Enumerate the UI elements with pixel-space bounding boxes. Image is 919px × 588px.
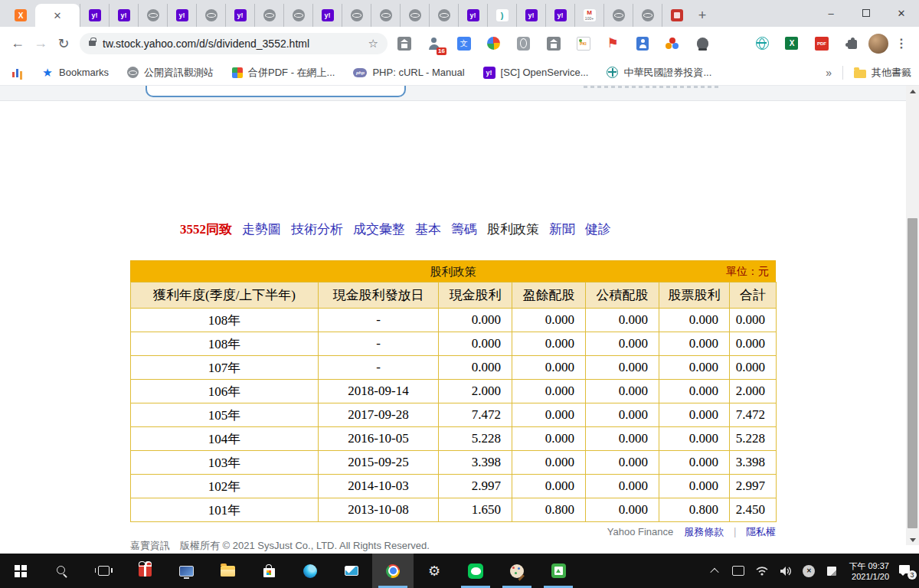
other-bookmarks-button[interactable]: 其他書籤	[854, 66, 911, 80]
wifi-icon[interactable]	[755, 564, 769, 578]
browser-tab[interactable]	[167, 4, 196, 27]
bookmark-item[interactable]: [SC] OpenService...	[483, 67, 589, 79]
active-tab[interactable]: ✕	[35, 4, 80, 27]
scrollbar-up-arrow[interactable]	[906, 86, 919, 96]
restore-button[interactable]	[849, 0, 884, 26]
new-tab-button[interactable]: +	[691, 4, 714, 27]
extension-smartpki-button[interactable]	[574, 34, 593, 53]
browser-tab[interactable]	[429, 4, 458, 27]
bookmark-item[interactable]: Bookmarks	[41, 67, 109, 79]
scrollbar-down-arrow[interactable]	[906, 534, 919, 545]
extension-community-button[interactable]	[663, 34, 682, 53]
bookmark-item[interactable]: 中華民國證券投資...	[607, 66, 711, 80]
browser-tab[interactable]	[283, 4, 312, 27]
bookmarks-overflow-chevron[interactable]: »	[826, 67, 832, 79]
taskbar-edge-button[interactable]	[289, 554, 331, 588]
tray-sticky-note-icon[interactable]	[825, 564, 839, 578]
extension-homebox2-button[interactable]	[545, 34, 563, 53]
nav-link[interactable]: 籌碼	[451, 222, 477, 237]
minimize-button[interactable]: –	[813, 0, 849, 26]
bookmark-item[interactable]: 公開資訊觀測站	[127, 66, 214, 80]
nav-link[interactable]: 健診	[585, 222, 611, 237]
nav-link[interactable]: 技術分析	[291, 222, 343, 237]
scrollbar-thumb[interactable]	[908, 218, 917, 528]
taskbar-paint-button[interactable]	[496, 554, 538, 588]
media-icon	[551, 564, 566, 578]
tray-tablet-icon[interactable]	[731, 564, 745, 578]
profile-avatar[interactable]	[868, 34, 888, 54]
browser-tab[interactable]	[458, 4, 487, 27]
close-tab-icon[interactable]: ✕	[54, 11, 62, 21]
browser-tab[interactable]	[196, 4, 225, 27]
extension-homebox-button[interactable]	[395, 34, 414, 53]
taskbar-store-button[interactable]	[248, 554, 289, 588]
browser-tab[interactable]	[138, 4, 167, 27]
page-scrollbar[interactable]	[906, 86, 919, 545]
browser-tab[interactable]	[80, 4, 109, 27]
browser-tab[interactable]	[254, 4, 283, 27]
extension-badge-oval-button[interactable]	[515, 34, 533, 53]
taskbar-gift-button[interactable]	[124, 554, 165, 588]
taskbar-media-button[interactable]	[538, 554, 579, 588]
tray-chevron-up-icon[interactable]	[708, 564, 721, 578]
nav-link[interactable]: 新聞	[549, 222, 575, 237]
browser-tab[interactable]	[662, 4, 691, 27]
taskbar-line-button[interactable]	[455, 554, 496, 588]
taskbar-explorer-button[interactable]	[207, 554, 248, 588]
extension-person-badge-button[interactable]: 16	[425, 34, 443, 53]
bookmark-item[interactable]	[11, 67, 23, 79]
back-button[interactable]: ←	[6, 32, 29, 55]
extension-chou-bubble-button[interactable]	[723, 34, 741, 53]
extension-idcard-button[interactable]	[633, 34, 652, 53]
mail100-icon	[584, 9, 596, 21]
browser-tab[interactable]	[487, 4, 516, 27]
extension-stamp-button[interactable]	[693, 34, 711, 53]
nav-link[interactable]: 走勢圖	[242, 222, 281, 237]
browser-tab[interactable]	[312, 4, 342, 27]
extension-flag-button[interactable]	[603, 34, 622, 53]
browser-tab[interactable]	[516, 4, 545, 27]
taskbar-remote-button[interactable]	[165, 554, 207, 588]
bookmark-item[interactable]: 合併PDF - 在網上...	[232, 66, 335, 80]
taskbar-search-button[interactable]	[41, 554, 83, 588]
browser-tab[interactable]	[633, 4, 662, 27]
reload-button[interactable]: ↻	[52, 32, 75, 55]
taskbar-taskview-button[interactable]	[83, 554, 124, 588]
bookmark-star-icon[interactable]: ☆	[368, 37, 378, 51]
browser-menu-button[interactable]	[890, 32, 913, 55]
address-bar[interactable]: tw.stock.yahoo.com/d/s/dividend_3552.htm…	[80, 33, 388, 54]
privacy-link[interactable]: 隱私權	[746, 526, 776, 537]
taskbar-start-button[interactable]	[0, 554, 41, 588]
browser-tab[interactable]	[371, 4, 400, 27]
taskbar-clock[interactable]: 下午 09:37 2021/1/20	[849, 560, 889, 582]
bookmark-item[interactable]: PHP: cURL - Manual	[353, 67, 464, 78]
browser-tab[interactable]	[225, 4, 254, 27]
taskbar-mail-button[interactable]	[331, 554, 372, 588]
browser-tab[interactable]	[342, 4, 371, 27]
globe-icon	[127, 67, 139, 78]
browser-tab[interactable]	[400, 4, 429, 27]
extension-puzzle-button[interactable]	[842, 34, 861, 53]
terms-link[interactable]: 服務條款	[684, 526, 724, 537]
browser-tab[interactable]	[109, 4, 138, 27]
browser-tab[interactable]	[574, 4, 603, 27]
extension-web-teal-button[interactable]	[753, 34, 771, 53]
extension-photos-button[interactable]	[485, 34, 503, 53]
extension-excel-button[interactable]	[783, 34, 801, 53]
nav-link[interactable]: 基本	[415, 222, 441, 237]
browser-tab-xampp[interactable]	[6, 4, 35, 27]
url-text[interactable]: tw.stock.yahoo.com/d/s/dividend_3552.htm…	[103, 38, 364, 50]
volume-icon[interactable]	[779, 564, 793, 578]
notification-center-button[interactable]: 3	[899, 564, 914, 578]
browser-tab[interactable]	[603, 4, 633, 27]
search-input-remnant[interactable]	[146, 86, 406, 97]
browser-tab[interactable]	[545, 4, 574, 27]
taskbar-settings-button[interactable]	[414, 554, 455, 588]
tray-x-circle-icon[interactable]	[803, 565, 815, 577]
nav-link[interactable]: 成交彙整	[353, 222, 405, 237]
close-window-button[interactable]: ✕	[884, 0, 919, 26]
taskbar-chrome-button[interactable]	[372, 554, 414, 588]
extension-pdf-button[interactable]	[813, 34, 831, 53]
extension-translate-button[interactable]	[455, 34, 473, 53]
forward-button[interactable]: →	[29, 32, 52, 55]
